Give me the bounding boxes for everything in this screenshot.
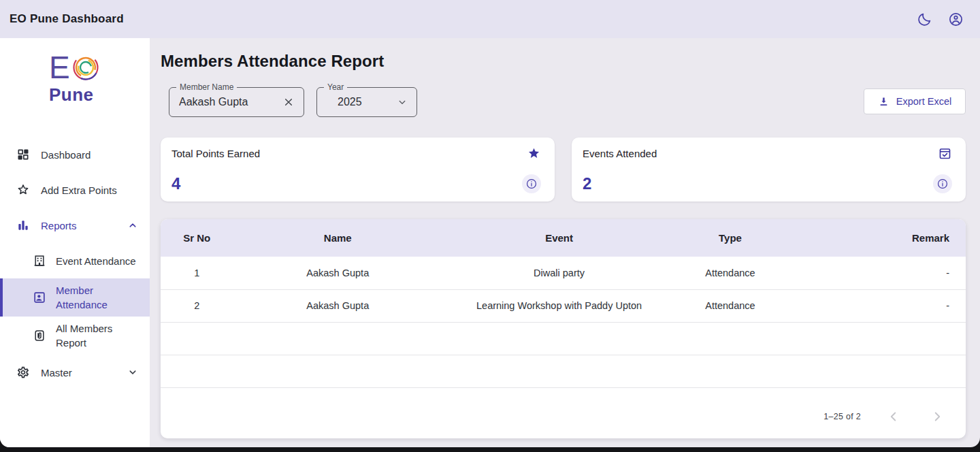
cell-name: Aakash Gupta xyxy=(233,289,442,322)
sidebar-item-all-members-report[interactable]: All Members Report xyxy=(0,317,150,355)
table-row-empty xyxy=(161,355,966,387)
cell-sr-no: 2 xyxy=(161,289,233,322)
sidebar-item-label: All Members Report xyxy=(56,321,132,350)
sidebar-item-label: Add Extra Points xyxy=(41,183,117,197)
export-excel-label: Export Excel xyxy=(896,96,951,107)
export-excel-button[interactable]: Export Excel xyxy=(864,88,966,114)
column-header-event: Event xyxy=(442,219,676,257)
info-button[interactable] xyxy=(522,174,541,193)
account-button[interactable] xyxy=(943,7,968,31)
chevron-left-icon xyxy=(886,409,901,424)
topbar: EO Pune Dashboard xyxy=(0,0,980,38)
cell-type: Attendance xyxy=(676,257,785,289)
star-outline-icon xyxy=(16,183,30,197)
table-row-empty xyxy=(161,322,966,355)
card-label: Total Points Earned xyxy=(172,148,260,159)
clear-member-button[interactable] xyxy=(280,94,297,110)
app-title: EO Pune Dashboard xyxy=(10,12,124,26)
logo-word-pune: Pune xyxy=(49,84,150,106)
page-title: Members Attendance Report xyxy=(161,52,966,71)
sidebar: E Pune xyxy=(0,38,150,447)
sidebar-item-label: Member Attendance xyxy=(56,283,132,312)
cell-remark: - xyxy=(785,257,966,289)
download-icon xyxy=(878,96,889,108)
pagination-range: 1–25 of 2 xyxy=(823,412,861,421)
table-row: 1 Aakash Gupta Diwali party Attendance - xyxy=(161,257,966,289)
account-icon xyxy=(948,12,964,27)
chevron-right-icon xyxy=(930,409,945,424)
card-label: Events Attended xyxy=(583,148,657,159)
chevron-down-icon xyxy=(127,366,139,378)
sidebar-item-dashboard[interactable]: Dashboard xyxy=(0,137,150,172)
sidebar-item-label: Event Attendance xyxy=(56,254,136,268)
cell-event: Diwali party xyxy=(442,257,676,289)
previous-page-button[interactable] xyxy=(880,403,907,430)
card-value: 2 xyxy=(583,174,591,193)
next-page-button[interactable] xyxy=(924,403,951,430)
eo-pune-logo: E Pune xyxy=(0,38,150,137)
cell-sr-no: 1 xyxy=(161,257,233,289)
table-row: 2 Aakash Gupta Learning Workshop with Pa… xyxy=(161,289,966,322)
cell-remark: - xyxy=(785,289,966,322)
close-icon xyxy=(283,97,294,108)
member-name-label: Member Name xyxy=(176,82,237,92)
attendance-table-card: Sr No Name Event Type Remark 1 Aakash Gu… xyxy=(161,219,966,438)
total-points-card: Total Points Earned 4 xyxy=(161,138,555,201)
cell-type: Attendance xyxy=(676,289,785,322)
column-header-type: Type xyxy=(676,219,785,257)
main-content: Members Attendance Report Member Name Ye… xyxy=(150,38,980,447)
attachment-file-icon xyxy=(33,329,46,342)
sidebar-item-master[interactable]: Master xyxy=(0,355,150,390)
dashboard-icon xyxy=(16,148,30,161)
column-header-sr-no: Sr No xyxy=(161,219,233,257)
pagination: 1–25 of 2 xyxy=(161,399,966,438)
sidebar-item-event-attendance[interactable]: Event Attendance xyxy=(0,243,150,278)
chevron-down-icon xyxy=(396,96,408,108)
chevron-up-icon xyxy=(127,219,139,231)
member-name-input[interactable] xyxy=(169,96,265,108)
year-value: 2025 xyxy=(317,96,362,108)
star-filled-icon xyxy=(527,146,541,161)
filter-row: Member Name Year 2025 xyxy=(169,87,966,117)
sidebar-item-label: Reports xyxy=(41,219,77,233)
stat-cards: Total Points Earned 4 xyxy=(161,138,966,201)
sidebar-item-add-extra-points[interactable]: Add Extra Points xyxy=(0,172,150,208)
member-name-field[interactable]: Member Name xyxy=(169,87,304,117)
logo-circle-icon xyxy=(70,52,101,83)
sidebar-item-member-attendance[interactable]: Member Attendance xyxy=(0,278,150,317)
sidebar-item-label: Master xyxy=(41,366,72,380)
gear-icon xyxy=(16,366,30,379)
info-icon xyxy=(936,178,949,190)
year-select[interactable]: Year 2025 xyxy=(316,87,417,117)
sidebar-nav: Dashboard Add Extra Points xyxy=(0,137,150,390)
table-filler xyxy=(161,388,966,400)
member-portrait-icon xyxy=(33,291,46,304)
attendance-table: Sr No Name Event Type Remark 1 Aakash Gu… xyxy=(161,219,966,388)
card-value: 4 xyxy=(172,174,180,193)
sidebar-item-reports[interactable]: Reports xyxy=(0,208,150,243)
info-icon xyxy=(525,178,538,190)
events-attended-card: Events Attended 2 xyxy=(572,138,966,201)
info-button[interactable] xyxy=(933,174,952,193)
moon-icon xyxy=(917,12,932,27)
table-header-row: Sr No Name Event Type Remark xyxy=(161,219,966,257)
cell-event: Learning Workshop with Paddy Upton xyxy=(442,289,676,322)
logo-letter-e: E xyxy=(49,52,69,82)
app-window: EO Pune Dashboard E xyxy=(0,0,980,447)
building-icon xyxy=(33,254,46,268)
column-header-remark: Remark xyxy=(785,219,966,257)
calendar-check-icon xyxy=(938,146,952,161)
bar-chart-icon xyxy=(16,219,30,232)
year-label: Year xyxy=(324,82,347,92)
dark-mode-toggle[interactable] xyxy=(912,7,936,31)
cell-name: Aakash Gupta xyxy=(233,257,442,289)
sidebar-item-label: Dashboard xyxy=(41,148,91,162)
column-header-name: Name xyxy=(233,219,442,257)
